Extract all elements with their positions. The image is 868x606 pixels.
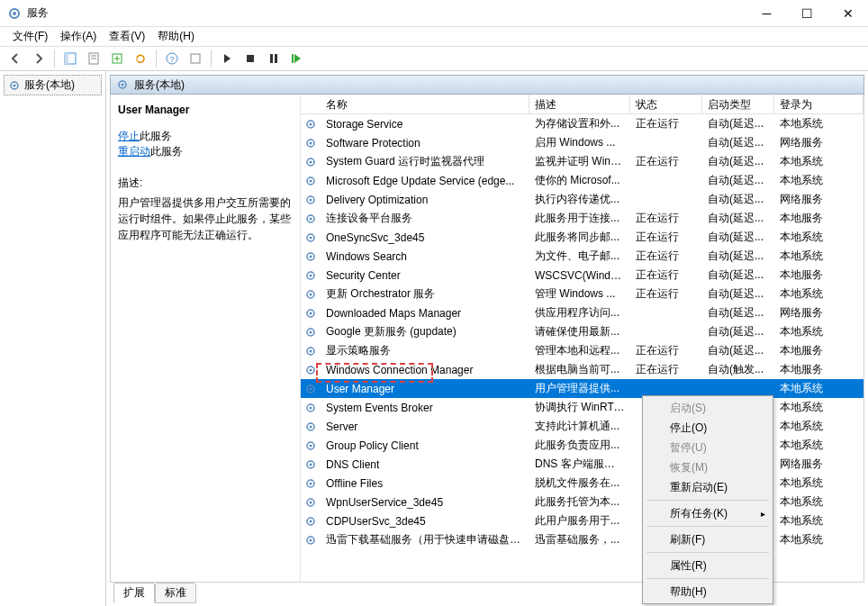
column-name[interactable]: 名称 — [321, 95, 529, 113]
menu-item-stop[interactable]: 停止(O) — [645, 418, 771, 438]
service-row[interactable]: CDPUserSvc_3de45此用户服务用于...本地系统 — [301, 511, 863, 530]
column-status[interactable]: 状态 — [630, 95, 702, 113]
service-row[interactable]: System Events Broker协调执行 WinRT ...本地系统 — [301, 398, 863, 417]
gear-icon — [301, 402, 321, 414]
service-row[interactable]: Downloaded Maps Manager供应用程序访问...自动(延迟..… — [301, 303, 863, 322]
gear-icon — [301, 458, 321, 471]
help-button[interactable]: ? — [162, 49, 182, 68]
service-row[interactable]: OneSyncSvc_3de45此服务将同步邮...正在运行自动(延迟...本地… — [301, 228, 863, 247]
cell-status: 正在运行 — [630, 249, 702, 264]
cell-start: 自动(延迟... — [702, 286, 774, 302]
service-row[interactable]: Software Protection启用 Windows ...自动(延迟..… — [301, 133, 863, 152]
tab-extended[interactable]: 扩展 — [113, 583, 155, 603]
cell-name: 连接设备平台服务 — [321, 211, 529, 226]
column-logon[interactable]: 登录为 — [774, 95, 863, 113]
service-row[interactable]: System Guard 运行时监视器代理监视并证明 Wind...正在运行自动… — [301, 152, 863, 171]
stop-link[interactable]: 停止 — [118, 130, 140, 142]
menu-item-start[interactable]: 启动(S) — [645, 398, 771, 418]
refresh-button[interactable] — [131, 49, 150, 68]
menu-file[interactable]: 文件(F) — [7, 27, 53, 46]
cell-logon: 本地服务 — [774, 362, 863, 377]
tree-item-services-local[interactable]: 服务(本地) — [4, 75, 102, 95]
service-row[interactable]: Delivery Optimization执行内容传递优...自动(延迟...网… — [301, 190, 863, 209]
cell-name: 更新 Orchestrator 服务 — [321, 286, 529, 302]
cell-logon: 本地系统 — [774, 419, 863, 434]
service-row[interactable]: 更新 Orchestrator 服务管理 Windows ...正在运行自动(延… — [301, 285, 863, 303]
restart-service-button[interactable] — [287, 49, 307, 68]
gear-icon — [301, 156, 321, 168]
properties-button[interactable] — [84, 49, 104, 68]
cell-name: Group Policy Client — [321, 439, 529, 452]
cell-desc: 此服务托管为本... — [529, 494, 630, 510]
cell-start: 自动(触发... — [702, 362, 774, 377]
minimize-button[interactable]: ─ — [746, 0, 787, 26]
cell-logon: 本地系统 — [774, 475, 863, 491]
service-row[interactable]: 显示策略服务管理本地和远程...正在运行自动(延迟...本地服务 — [301, 341, 863, 360]
cell-logon: 本地服务 — [774, 343, 863, 358]
show-hide-tree-button[interactable] — [60, 49, 80, 68]
cell-status: 正在运行 — [630, 211, 702, 226]
gear-icon — [301, 269, 321, 282]
gear-icon — [301, 345, 321, 357]
service-row[interactable]: Security CenterWSCSVC(Windo...正在运行自动(延迟.… — [301, 266, 863, 285]
cell-desc: 请確保使用最新... — [529, 324, 630, 339]
service-row[interactable]: DNS ClientDNS 客户端服务(...网络服务 — [301, 455, 863, 474]
svg-point-34 — [310, 255, 312, 258]
cell-name: Security Center — [321, 269, 529, 282]
service-row[interactable]: Storage Service为存储设置和外...正在运行自动(延迟...本地系… — [301, 114, 863, 133]
start-service-button[interactable] — [217, 49, 237, 68]
menu-item-restart[interactable]: 重新启动(E) — [645, 477, 771, 497]
cell-logon: 本地系统 — [774, 438, 863, 453]
service-row[interactable]: User Manager用户管理器提供...本地系统 — [301, 379, 863, 398]
service-row[interactable]: 迅雷下载基础服务（用于快速申请磁盘空...迅雷基础服务，...本地系统 — [301, 530, 863, 549]
pause-service-button[interactable] — [264, 49, 284, 68]
menu-item-resume[interactable]: 恢复(M) — [645, 457, 771, 477]
svg-point-46 — [310, 368, 312, 371]
tab-standard[interactable]: 标准 — [155, 583, 196, 603]
cell-desc: 支持此计算机通... — [529, 419, 630, 434]
export-button[interactable] — [107, 49, 127, 68]
service-row[interactable]: Server支持此计算机通...本地系统 — [301, 417, 863, 436]
cell-logon: 本地系统 — [774, 381, 863, 396]
service-row[interactable]: Group Policy Client此服务负责应用...本地系统 — [301, 436, 863, 455]
svg-point-36 — [310, 274, 312, 276]
cell-logon: 本地系统 — [774, 116, 863, 131]
description-label: 描述: — [118, 176, 293, 191]
back-button[interactable] — [5, 49, 25, 68]
context-menu: 启动(S) 停止(O) 暂停(U) 恢复(M) 重新启动(E) 所有任务(K)▸… — [642, 395, 773, 604]
service-row[interactable]: 连接设备平台服务此服务用于连接...正在运行自动(延迟...本地服务 — [301, 209, 863, 228]
menu-item-properties[interactable]: 属性(R) — [645, 556, 771, 575]
close-button[interactable]: ✕ — [827, 0, 868, 26]
service-row[interactable]: Windows Connection Manager根据电脑当前可...正在运行… — [301, 360, 863, 379]
stop-service-button[interactable] — [240, 49, 260, 68]
maximize-button[interactable]: ☐ — [787, 0, 827, 26]
menu-help[interactable]: 帮助(H) — [152, 27, 200, 46]
list-body[interactable]: Storage Service为存储设置和外...正在运行自动(延迟...本地系… — [301, 114, 863, 582]
gear-icon — [301, 515, 321, 528]
service-row[interactable]: Google 更新服务 (gupdate)请確保使用最新...自动(延迟...本… — [301, 322, 863, 341]
menu-separator — [646, 500, 769, 501]
list-pane: 名称 描述 状态 启动类型 登录为 Storage Service为存储设置和外… — [300, 95, 863, 582]
service-row[interactable]: Offline Files脱机文件服务在...本地系统 — [301, 474, 863, 493]
menu-action[interactable]: 操作(A) — [55, 27, 102, 46]
service-row[interactable]: WpnUserService_3de45此服务托管为本...本地系统 — [301, 493, 863, 511]
cell-desc: 为文件、电子邮... — [529, 249, 630, 264]
forward-button[interactable] — [29, 49, 49, 68]
menu-item-help[interactable]: 帮助(H) — [645, 582, 771, 601]
restart-link[interactable]: 重启动 — [118, 145, 150, 158]
cell-start: 自动(延迟... — [702, 343, 774, 358]
cell-name: Offline Files — [321, 477, 529, 490]
column-desc[interactable]: 描述 — [529, 95, 630, 113]
menu-view[interactable]: 查看(V) — [104, 27, 150, 46]
column-start[interactable]: 启动类型 — [702, 95, 774, 113]
menu-item-all-tasks[interactable]: 所有任务(K)▸ — [645, 503, 771, 523]
service-row[interactable]: Windows Search为文件、电子邮...正在运行自动(延迟...本地系统 — [301, 247, 863, 266]
menu-item-refresh[interactable]: 刷新(F) — [645, 529, 771, 549]
help2-button[interactable] — [185, 49, 205, 68]
svg-point-1 — [13, 12, 16, 15]
menu-item-pause[interactable]: 暂停(U) — [645, 438, 771, 457]
service-row[interactable]: Microsoft Edge Update Service (edge...使你… — [301, 171, 863, 190]
cell-desc: 脱机文件服务在... — [529, 475, 630, 491]
svg-point-58 — [310, 482, 312, 484]
cell-status: 正在运行 — [630, 116, 702, 131]
